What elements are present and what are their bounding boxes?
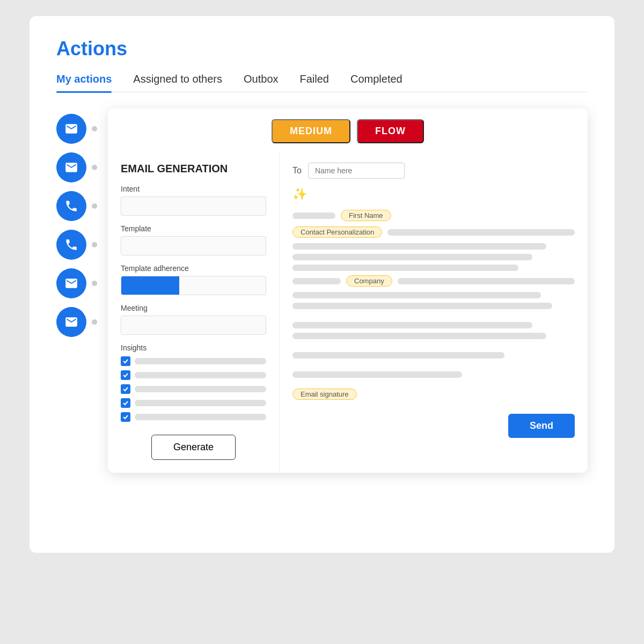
action-row-2 [56,152,97,182]
insight-checkbox-3[interactable] [121,384,130,394]
insight-row-5 [121,412,266,422]
to-input[interactable] [308,163,405,179]
first-name-badge: First Name [341,210,391,221]
skeleton-2a [387,229,575,236]
skeleton-4 [292,254,532,260]
badge-row: MEDIUM FLOW [108,108,588,152]
insight-checkbox-1[interactable] [121,356,130,366]
skeleton-6b [398,278,575,284]
form-section: EMAIL GENERATION Intent Template Templat… [108,152,280,473]
tabs-nav: My actions Assigned to others Outbox Fai… [56,73,588,92]
action-row-6 [56,307,97,337]
skeleton-7 [292,292,541,298]
insight-bar-5 [135,414,266,420]
template-group: Template [121,224,266,255]
insight-bar-1 [135,358,266,364]
email-section: To ✨ First Name Conta [280,152,588,473]
insight-row-3 [121,384,266,394]
skeleton-12 [292,371,462,378]
skeleton-3 [292,243,546,250]
action-row-4 [56,230,97,260]
dot-3 [92,203,97,209]
meeting-group: Meeting [121,304,266,335]
action-list [56,108,97,473]
dot-6 [92,319,97,325]
intent-label: Intent [121,185,266,193]
adherence-label: Template adherence [121,264,266,273]
action-row-1 [56,114,97,144]
adherence-bar-container [121,276,266,295]
insights-group: Insights [121,343,266,422]
meeting-input[interactable] [121,316,266,335]
insight-row-1 [121,356,266,366]
card-panel: MEDIUM FLOW EMAIL GENERATION Intent Temp… [108,108,588,473]
content-row-1: First Name [292,210,575,221]
spacer-1 [292,313,575,318]
insight-row-2 [121,370,266,380]
skeleton-9 [292,322,532,328]
action-row-3 [56,191,97,221]
content-row-2: Contact Personalization [292,226,575,238]
intent-group: Intent [121,185,266,216]
insight-bar-3 [135,386,266,392]
dot-4 [92,242,97,247]
content-row-4: Email signature [292,389,575,400]
dot-5 [92,281,97,286]
skeleton-6a [292,278,341,284]
skeleton-10 [292,333,546,339]
adherence-group: Template adherence [121,264,266,295]
dot-2 [92,165,97,170]
action-phone-btn-1[interactable] [56,191,86,221]
contact-personalization-badge: Contact Personalization [292,226,382,238]
action-email-btn-3[interactable] [56,268,86,298]
tab-failed[interactable]: Failed [300,73,329,92]
flow-badge[interactable]: FLOW [357,119,424,143]
intent-input[interactable] [121,196,266,216]
insight-checkbox-2[interactable] [121,370,130,380]
template-input[interactable] [121,236,266,255]
tab-completed[interactable]: Completed [350,73,402,92]
generate-button[interactable]: Generate [151,435,236,460]
insight-row-4 [121,398,266,408]
content-row-3: Company [292,275,575,287]
tab-outbox[interactable]: Outbox [244,73,278,92]
insight-bar-2 [135,372,266,378]
send-button[interactable]: Send [508,414,575,438]
skeleton-11 [292,352,504,358]
action-email-btn-4[interactable] [56,307,86,337]
email-content: First Name Contact Personalization [292,210,575,401]
card-body: EMAIL GENERATION Intent Template Templat… [108,152,588,473]
ai-magic-icon[interactable]: ✨ [292,187,307,201]
tab-my-actions[interactable]: My actions [56,73,112,92]
action-email-btn-1[interactable] [56,114,86,144]
page-title: Actions [56,38,588,60]
action-phone-btn-2[interactable] [56,230,86,260]
spacer-3 [292,363,575,367]
company-badge: Company [346,275,392,287]
meeting-label: Meeting [121,304,266,312]
template-label: Template [121,224,266,233]
to-label: To [292,166,302,175]
action-email-btn-2[interactable] [56,152,86,182]
insights-label: Insights [121,343,266,352]
insight-checkbox-4[interactable] [121,398,130,408]
content-area: MEDIUM FLOW EMAIL GENERATION Intent Temp… [56,108,588,473]
spacer-2 [292,343,575,348]
email-signature-badge: Email signature [292,389,357,400]
skeleton-5 [292,265,518,271]
insights-list [121,356,266,422]
skeleton-1a [292,213,335,219]
tab-assigned-to-others[interactable]: Assigned to others [133,73,222,92]
form-title: EMAIL GENERATION [121,163,266,175]
skeleton-8 [292,303,552,309]
dot-1 [92,126,97,131]
ai-icon-row: ✨ [292,187,575,201]
insight-bar-4 [135,400,266,406]
insight-checkbox-5[interactable] [121,412,130,422]
to-row: To [292,163,575,179]
adherence-bar-fill [121,276,179,295]
action-row-5 [56,268,97,298]
main-container: Actions My actions Assigned to others Ou… [30,16,614,553]
spacer-4 [292,382,575,384]
medium-badge[interactable]: MEDIUM [272,119,350,143]
